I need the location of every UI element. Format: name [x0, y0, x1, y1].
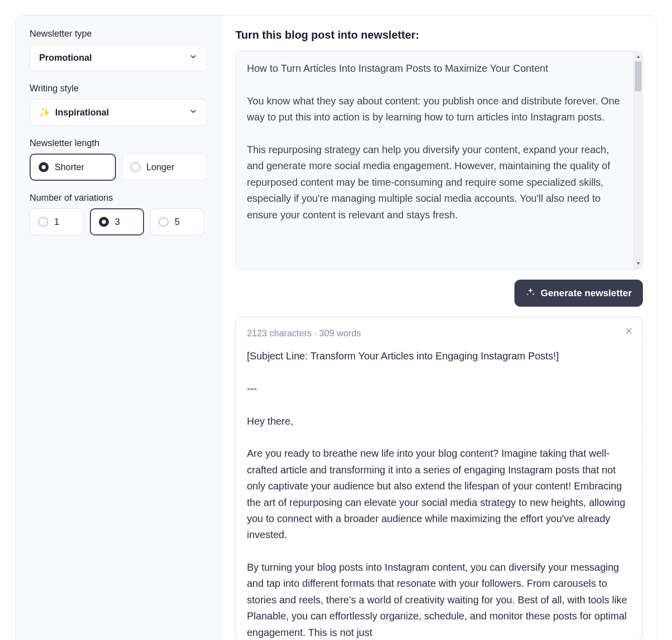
svg-marker-0: [636, 56, 640, 58]
radio-selected-icon: [99, 217, 109, 227]
variations-option-label: 5: [175, 217, 180, 227]
variations-option-label: 1: [54, 217, 59, 227]
generate-newsletter-button[interactable]: Generate newsletter: [514, 280, 643, 307]
result-characters: 2123 characters: [247, 328, 312, 338]
scroll-thumb[interactable]: [635, 61, 641, 91]
scroll-track[interactable]: [634, 61, 642, 259]
chevron-down-icon: [189, 107, 197, 118]
length-option-label: Shorter: [55, 162, 84, 173]
radio-selected-icon: [39, 162, 49, 172]
source-text-content: How to Turn Articles Into Instagram Post…: [236, 51, 633, 269]
main-panel: Turn this blog post into newsletter: How…: [221, 16, 657, 640]
scroll-up-button[interactable]: [634, 52, 642, 61]
length-options: Shorter Longer: [30, 154, 207, 181]
length-option-label: Longer: [147, 162, 175, 173]
newsletter-type-value: Promotional: [39, 53, 92, 63]
sparkle-emoji-icon: ✨: [39, 107, 50, 118]
sidebar: Newsletter type Promotional Writing styl…: [16, 16, 221, 640]
variations-option-5[interactable]: 5: [150, 208, 204, 235]
radio-unselected-icon: [38, 217, 48, 227]
variations-options: 1 3 5: [30, 208, 207, 235]
length-option-shorter[interactable]: Shorter: [30, 154, 116, 181]
result-body: [Subject Line: Transform Your Articles i…: [247, 348, 631, 640]
variations-option-3[interactable]: 3: [90, 208, 144, 235]
generate-button-label: Generate newsletter: [541, 288, 632, 299]
variations-label: Number of variations: [30, 193, 207, 203]
newsletter-type-select[interactable]: Promotional: [30, 44, 207, 71]
actions-row: Generate newsletter: [235, 280, 643, 307]
radio-unselected-icon: [130, 162, 141, 172]
variations-option-label: 3: [115, 217, 120, 227]
newsletter-type-label: Newsletter type: [30, 29, 207, 39]
scroll-down-button[interactable]: [634, 259, 642, 268]
close-result-button[interactable]: [624, 326, 633, 338]
sparkles-icon: [525, 287, 535, 300]
result-separator: ·: [312, 328, 319, 338]
chevron-down-icon: [189, 53, 197, 63]
result-card: 2123 characters · 309 words [Subject Lin…: [235, 317, 643, 640]
newsletter-length-label: Newsletter length: [30, 138, 207, 149]
svg-marker-1: [636, 263, 640, 265]
writing-style-select[interactable]: ✨ Inspirational: [30, 99, 207, 126]
app-card: Newsletter type Promotional Writing styl…: [15, 15, 657, 640]
scrollbar[interactable]: [633, 51, 642, 269]
writing-style-label: Writing style: [30, 83, 207, 94]
source-textarea[interactable]: How to Turn Articles Into Instagram Post…: [235, 51, 643, 270]
variations-option-1[interactable]: 1: [30, 208, 84, 235]
result-meta: 2123 characters · 309 words: [247, 328, 631, 339]
length-option-longer[interactable]: Longer: [122, 154, 207, 181]
writing-style-value: Inspirational: [55, 107, 109, 118]
radio-unselected-icon: [159, 217, 169, 227]
result-words: 309 words: [319, 328, 361, 338]
main-title: Turn this blog post into newsletter:: [235, 29, 643, 42]
